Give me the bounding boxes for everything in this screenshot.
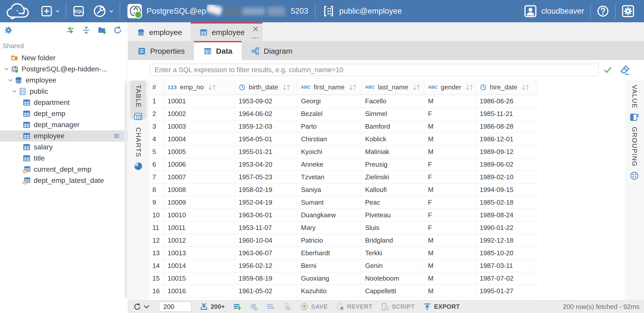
cell-hire_date[interactable]: 1989-09-12 — [476, 146, 536, 158]
cell-hire_date[interactable]: 1987-07-02 — [476, 272, 536, 285]
tree-item-dept-emp[interactable]: dept_emp — [0, 108, 128, 119]
fetch-more-button[interactable]: 200+ — [200, 302, 225, 311]
cell-hire_date[interactable]: 1985-02-18 — [476, 196, 536, 209]
cell-hire_date[interactable]: 1989-08-24 — [476, 209, 536, 221]
cell-hire_date[interactable]: 1989-06-02 — [476, 158, 536, 171]
cell-birth_date[interactable]: 1957-05-23 — [235, 171, 297, 183]
cell-last_name[interactable]: Nooteboom — [361, 272, 424, 285]
cell-gender[interactable]: F — [424, 196, 476, 209]
cell-hire_date[interactable]: 1986-12-01 — [476, 133, 536, 145]
column-header-gender[interactable]: ABCgender — [424, 80, 476, 95]
cell-hire_date[interactable]: 1990-01-22 — [476, 222, 536, 234]
cell-gender[interactable]: F — [424, 222, 476, 234]
new-folder-icon[interactable] — [97, 26, 106, 35]
presentation-tab-grouping[interactable]: GROUPING — [626, 123, 642, 175]
cell-first_name[interactable]: Berni — [297, 260, 361, 272]
cell-birth_date[interactable]: 1959-08-19 — [235, 272, 297, 285]
cell-gender[interactable]: M — [424, 285, 476, 297]
chevron-down-icon[interactable] — [3, 66, 10, 73]
user-menu[interactable]: cloudbeaver — [517, 4, 590, 18]
tree-item-public[interactable]: public — [0, 86, 128, 97]
editor-tab-employee-0[interactable]: employee — [128, 22, 191, 41]
sql-filter-input[interactable] — [150, 64, 598, 76]
cell-emp_no[interactable]: 10004 — [164, 133, 235, 145]
cell-hire_date[interactable]: 1985-11-21 — [476, 108, 536, 120]
sql-editor-button[interactable]: SQL — [66, 0, 91, 22]
cell-first_name[interactable]: Bezalel — [297, 108, 361, 120]
page-size-input[interactable] — [159, 302, 191, 312]
cell-gender[interactable]: M — [424, 120, 476, 133]
tree-item-title[interactable]: title — [0, 153, 128, 164]
connection-wizard-button[interactable] — [91, 0, 120, 22]
cell-birth_date[interactable]: 1956-02-12 — [235, 260, 297, 272]
presentation-tab-charts[interactable]: CHARTS — [130, 123, 146, 169]
cell-birth_date[interactable]: 1955-01-21 — [235, 146, 297, 158]
clear-filter-icon[interactable] — [619, 64, 631, 75]
cell-hire_date[interactable]: 1985-10-20 — [476, 247, 536, 259]
cell-hire_date[interactable]: 1995-01-27 — [476, 285, 536, 297]
cell-birth_date[interactable]: 1961-05-02 — [235, 285, 297, 297]
cell-last_name[interactable]: Preusig — [361, 158, 424, 171]
sidebar-scrollbar[interactable] — [124, 81, 127, 298]
script-button[interactable]: SCRIPT — [381, 302, 415, 311]
row-number-cell[interactable]: 14 — [149, 260, 164, 272]
cell-birth_date[interactable]: 1960-10-04 — [235, 234, 297, 247]
tree-item-postgresql-ep-hidden-[interactable]: PostgreSQL@ep-hidden-... — [0, 64, 128, 75]
revert-button[interactable]: REVERT — [336, 302, 372, 311]
cell-last_name[interactable]: Peac — [361, 196, 424, 209]
cell-hire_date[interactable]: 1986-06-26 — [476, 95, 536, 107]
cell-emp_no[interactable]: 10008 — [164, 184, 235, 196]
chevron-down-icon[interactable] — [7, 77, 14, 84]
cell-last_name[interactable]: Sluis — [361, 222, 424, 234]
row-number-cell[interactable]: 2 — [149, 108, 164, 120]
cell-gender[interactable]: F — [424, 108, 476, 120]
cell-gender[interactable]: F — [424, 171, 476, 183]
editor-tab-employee-1[interactable]: employee — [191, 22, 262, 41]
tab-diagram[interactable]: Diagram — [242, 41, 301, 60]
cell-birth_date[interactable]: 1954-05-01 — [235, 133, 297, 145]
cell-last_name[interactable]: Terkki — [361, 247, 424, 259]
new-connection-button[interactable] — [34, 0, 66, 22]
cell-gender[interactable]: M — [424, 95, 476, 107]
sort-icon[interactable] — [348, 84, 357, 91]
cell-birth_date[interactable]: 1953-09-02 — [235, 95, 297, 107]
cell-last_name[interactable]: Cappelletti — [361, 285, 424, 297]
column-header-emp_no[interactable]: 123emp_no — [164, 80, 235, 95]
cell-emp_no[interactable]: 10001 — [164, 95, 235, 107]
close-tab-icon[interactable] — [252, 26, 259, 32]
connection-selector[interactable]: PostgreSQL@ep5203 — [120, 0, 315, 22]
cell-emp_no[interactable]: 10009 — [164, 196, 235, 209]
tree-item-department[interactable]: department — [0, 97, 128, 108]
cell-emp_no[interactable]: 10011 — [164, 222, 235, 234]
delete-row-button[interactable] — [266, 302, 275, 311]
cell-birth_date[interactable]: 1963-06-07 — [235, 247, 297, 259]
row-number-cell[interactable]: 13 — [149, 247, 164, 259]
tree-item-salary[interactable]: salary — [0, 142, 128, 153]
row-number-cell[interactable]: 12 — [149, 234, 164, 247]
cell-gender[interactable]: F — [424, 158, 476, 171]
cell-first_name[interactable]: Mary — [297, 222, 361, 234]
sort-icon[interactable] — [207, 84, 217, 91]
cell-emp_no[interactable]: 10005 — [164, 146, 235, 158]
tree-item-employee[interactable]: employee — [0, 75, 128, 86]
cell-gender[interactable]: M — [424, 272, 476, 285]
cell-emp_no[interactable]: 10016 — [164, 285, 235, 297]
sort-icon[interactable] — [465, 84, 474, 91]
row-number-cell[interactable]: 15 — [149, 272, 164, 285]
apply-filter-icon[interactable] — [602, 65, 613, 75]
cell-first_name[interactable]: Guoxiang — [297, 272, 361, 285]
refresh-tree-icon[interactable] — [113, 26, 122, 35]
cell-last_name[interactable]: Piveteau — [361, 209, 424, 221]
cell-last_name[interactable]: Zielinski — [361, 171, 424, 183]
cell-last_name[interactable]: Bamford — [361, 120, 424, 133]
tree-item-dept-emp-latest-date[interactable]: dept_emp_latest_date — [0, 175, 128, 186]
cell-last_name[interactable]: Simmel — [361, 108, 424, 120]
save-button[interactable]: SAVE — [300, 302, 328, 311]
column-header-last_name[interactable]: ABClast_name — [361, 80, 424, 95]
cell-gender[interactable]: M — [424, 146, 476, 158]
row-number-cell[interactable]: 4 — [149, 133, 164, 145]
cell-gender[interactable]: M — [424, 247, 476, 259]
cell-hire_date[interactable]: 1986-08-28 — [476, 120, 536, 133]
cell-emp_no[interactable]: 10010 — [164, 209, 235, 221]
cell-first_name[interactable]: Kazuhito — [297, 285, 361, 297]
